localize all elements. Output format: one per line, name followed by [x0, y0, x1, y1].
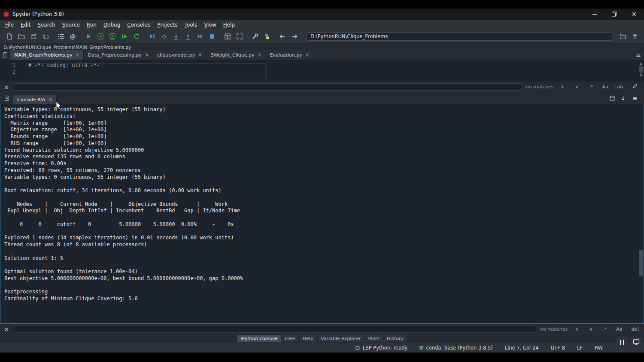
- browse-working-directory-button[interactable]: [617, 31, 629, 42]
- code-editor[interactable]: 1 2 # -*- coding: utf-8 -*- ▲ ▼: [0, 60, 644, 81]
- run-file-icon: [85, 33, 92, 40]
- close-icon: ×: [4, 326, 9, 333]
- run-file-button[interactable]: [82, 31, 94, 42]
- menu-source[interactable]: Source: [59, 21, 83, 29]
- editor-tab-3weight-clique[interactable]: 3Weight_Clique.py×: [207, 50, 266, 60]
- close-icon[interactable]: ×: [305, 52, 310, 57]
- tab-files[interactable]: Files: [282, 335, 298, 342]
- tab-ipython-console[interactable]: IPython console: [237, 335, 281, 342]
- menu-file[interactable]: File: [2, 21, 17, 29]
- fullscreen-button[interactable]: [234, 31, 245, 42]
- step-return-button[interactable]: [182, 31, 194, 42]
- regex-toggle-button[interactable]: .*: [600, 326, 610, 332]
- whole-word-toggle-button[interactable]: ab: [630, 326, 638, 332]
- continue-execution-button[interactable]: [194, 31, 206, 42]
- rerun-cell-button[interactable]: [131, 31, 142, 42]
- find-close-button[interactable]: ×: [4, 326, 9, 332]
- screen-button[interactable]: [630, 337, 642, 347]
- match-case-toggle-button[interactable]: Aa: [600, 84, 610, 90]
- console-text[interactable]: Variable types: 0 continuous, 55 integer…: [0, 104, 644, 302]
- forward-button[interactable]: [289, 31, 300, 42]
- file-switcher-button[interactable]: [55, 31, 67, 42]
- editor-scrollbar[interactable]: ▲ ▼: [638, 62, 644, 77]
- console-search-input[interactable]: [13, 326, 536, 333]
- preferences-button[interactable]: [249, 31, 261, 42]
- close-icon[interactable]: ×: [145, 52, 149, 57]
- eol-text: LF: [577, 345, 583, 351]
- menu-search[interactable]: Search: [34, 21, 58, 29]
- maximize-pane-button[interactable]: [222, 31, 233, 42]
- menu-tools[interactable]: Tools: [181, 21, 201, 29]
- step-over-button[interactable]: [158, 31, 170, 42]
- find-previous-button[interactable]: ∧: [571, 326, 582, 332]
- menu-help[interactable]: Help: [220, 21, 238, 29]
- editor-tab-main-graphproblems[interactable]: MAIN_GraphProblems.py×: [10, 50, 84, 60]
- highlighter-pen-icon: [632, 83, 638, 90]
- tab-help[interactable]: Help: [300, 335, 316, 342]
- tab-plots[interactable]: Plots: [365, 335, 382, 342]
- run-cell-advance-button[interactable]: [106, 31, 118, 42]
- pause-button[interactable]: [616, 337, 628, 347]
- save-button[interactable]: [27, 31, 39, 42]
- console-tab[interactable]: Console 8/A×: [13, 95, 57, 104]
- current-file-path: D:\PythonRUN\Clique_Problems\MAIN_GraphP…: [3, 45, 131, 50]
- new-file-button[interactable]: [3, 31, 15, 42]
- editor-tab-data-preprocessing[interactable]: Data_Preprocessing.py×: [84, 50, 153, 60]
- find-symbols-button[interactable]: @: [67, 31, 79, 42]
- menu-view[interactable]: View: [200, 21, 219, 29]
- stop-debug-button[interactable]: [206, 31, 218, 42]
- find-next-button[interactable]: ∨: [571, 84, 582, 90]
- forward-icon: [291, 33, 298, 40]
- close-button[interactable]: ×: [624, 9, 644, 20]
- scroll-up-icon[interactable]: ▲: [640, 62, 642, 65]
- menu-run[interactable]: Run: [83, 21, 100, 29]
- ipython-console-output[interactable]: Variable types: 0 continuous, 55 integer…: [0, 104, 644, 324]
- editor-options-menu-button[interactable]: ≡: [633, 50, 644, 60]
- cursor-position-text: Line 7, Col 24: [505, 345, 539, 351]
- tab-history[interactable]: History: [384, 335, 407, 342]
- find-next-button[interactable]: ∨: [586, 326, 596, 332]
- pythonpath-manager-button[interactable]: [261, 31, 273, 42]
- minimize-button[interactable]: [585, 9, 605, 20]
- debug-file-button[interactable]: [146, 31, 158, 42]
- menu-consoles[interactable]: Consoles: [124, 21, 154, 29]
- tab-variable-explorer[interactable]: Variable explorer: [318, 335, 364, 342]
- find-previous-button[interactable]: ∧: [557, 84, 568, 90]
- scroll-down-icon[interactable]: ▼: [640, 74, 642, 77]
- save-all-button[interactable]: [39, 31, 51, 42]
- clear-console-button[interactable]: [618, 95, 629, 102]
- back-button[interactable]: [276, 31, 288, 42]
- parent-directory-button[interactable]: [629, 31, 641, 42]
- conda-env-status[interactable]: conda: base (Python 3.8.5): [419, 345, 492, 351]
- working-directory-combobox[interactable]: D:\PythonRUN\Clique_Problems: [307, 32, 612, 41]
- run-cell-button[interactable]: [94, 31, 106, 42]
- console-scrollbar-thumb[interactable]: [639, 250, 643, 276]
- scrollbar-thumb[interactable]: [639, 66, 643, 73]
- restore-button[interactable]: [605, 9, 624, 20]
- arrow-down-icon: ∨: [589, 326, 592, 332]
- open-file-button[interactable]: [15, 31, 27, 42]
- browse-console-tabs-button[interactable]: [2, 95, 12, 102]
- spyder-logo-icon: [3, 12, 9, 17]
- editor-tab-evaluation[interactable]: Evaluation.py×: [266, 50, 314, 60]
- match-case-toggle-button[interactable]: Aa: [614, 326, 624, 332]
- menu-edit[interactable]: Edit: [17, 21, 34, 29]
- find-close-button[interactable]: ×: [4, 84, 9, 90]
- code-content[interactable]: # -*- coding: utf-8 -*-: [19, 60, 100, 81]
- close-icon[interactable]: ×: [198, 52, 202, 57]
- editor-search-input[interactable]: [13, 83, 522, 90]
- regex-toggle-button[interactable]: .*: [586, 84, 596, 90]
- close-icon[interactable]: ×: [75, 52, 79, 57]
- run-selection-button[interactable]: [118, 31, 130, 42]
- console-options-menu-button[interactable]: ≡: [629, 95, 641, 102]
- menu-debug[interactable]: Debug: [100, 21, 124, 29]
- highlight-matches-button[interactable]: [630, 83, 640, 91]
- whole-word-toggle-button[interactable]: ab: [616, 84, 624, 90]
- close-icon[interactable]: ×: [48, 97, 52, 102]
- close-icon[interactable]: ×: [258, 52, 262, 57]
- console-new-window-button[interactable]: [607, 95, 617, 102]
- menu-projects[interactable]: Projects: [154, 21, 181, 29]
- browse-tabs-button[interactable]: [0, 50, 10, 60]
- step-into-button[interactable]: [170, 31, 182, 42]
- editor-tab-clique-model[interactable]: clique-model.py×: [153, 50, 207, 60]
